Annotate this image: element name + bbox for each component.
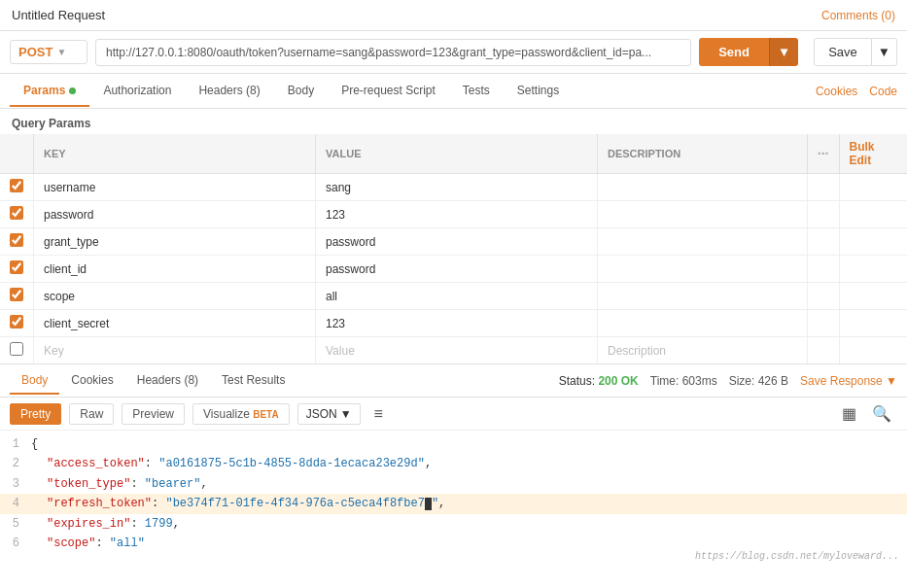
bulk-edit-button[interactable]: Bulk Edit — [850, 140, 875, 167]
row-value-cell-0[interactable]: sang — [316, 174, 598, 201]
row-desc-cell-4[interactable] — [598, 283, 808, 310]
row-key-4: scope — [44, 290, 75, 303]
th-key: KEY — [34, 134, 316, 174]
bottom-section: Body Cookies Headers (8) Test Results St… — [0, 363, 907, 567]
table-row: password 123 — [0, 201, 907, 228]
row-checkbox-2[interactable] — [10, 233, 23, 247]
empty-row-checkbox[interactable] — [10, 342, 23, 356]
row-action-0 — [807, 174, 839, 201]
th-bulk-edit: Bulk Edit — [839, 134, 907, 174]
row-checkbox-5[interactable] — [10, 315, 23, 329]
line-number-5: 5 — [4, 514, 31, 534]
copy-icon-button[interactable]: ▦ — [836, 402, 862, 425]
format-selector[interactable]: JSON ▼ — [297, 403, 361, 425]
cursor — [425, 498, 432, 510]
row-checkbox-cell-1[interactable] — [0, 201, 34, 228]
row-checkbox-cell-3[interactable] — [0, 256, 34, 283]
th-check — [0, 134, 34, 174]
row-value-cell-5[interactable]: 123 — [316, 310, 598, 337]
empty-row-check[interactable] — [0, 337, 34, 364]
row-checkbox-cell-5[interactable] — [0, 310, 34, 337]
row-desc-cell-3[interactable] — [598, 256, 808, 283]
row-key-0: username — [44, 181, 95, 194]
row-key-cell-0[interactable]: username — [34, 174, 316, 201]
row-desc-cell-1[interactable] — [598, 201, 808, 228]
tab-body[interactable]: Body — [274, 76, 328, 107]
view-pretty-button[interactable]: Pretty — [10, 403, 61, 425]
code-link[interactable]: Code — [869, 85, 897, 98]
response-code-area[interactable]: 1 { 2 "access_token": "a0161875-5c1b-485… — [0, 431, 907, 567]
format-chevron-icon: ▼ — [340, 407, 352, 421]
row-key-cell-5[interactable]: client_secret — [34, 310, 316, 337]
row-key-3: client_id — [44, 262, 87, 276]
cookies-link[interactable]: Cookies — [816, 85, 857, 98]
save-dropdown-button[interactable]: ▼ — [872, 38, 897, 66]
status-info: Status: 200 OK Time: 603ms Size: 426 B S… — [559, 374, 897, 388]
search-icon-button[interactable]: 🔍 — [866, 402, 897, 425]
row-value-cell-4[interactable]: all — [316, 283, 598, 310]
row-checkbox-3[interactable] — [10, 260, 23, 274]
url-input[interactable] — [95, 39, 691, 66]
tab-authorization[interactable]: Authorization — [89, 76, 185, 107]
line-number-4: 4 — [4, 494, 31, 513]
url-bar: POST ▼ Send ▼ Save ▼ — [0, 31, 907, 74]
row-desc-cell-2[interactable] — [598, 228, 808, 256]
code-content-4: "refresh_token": "be374f71-01fe-4f34-976… — [31, 494, 903, 513]
row-extra-1 — [839, 201, 907, 228]
tab-right-links: Cookies Code — [816, 85, 897, 98]
row-checkbox-cell-4[interactable] — [0, 283, 34, 310]
row-checkbox-0[interactable] — [10, 179, 23, 192]
format-icon-button[interactable]: ≡ — [368, 403, 389, 425]
send-dropdown-button[interactable]: ▼ — [769, 38, 798, 66]
tab-tests[interactable]: Tests — [449, 76, 504, 107]
code-line-3: 3 "token_type": "bearer", — [0, 474, 907, 494]
bottom-tab-body[interactable]: Body — [10, 367, 59, 395]
send-btn-group: Send ▼ — [699, 38, 798, 66]
code-key-2: "access_token" — [47, 457, 145, 470]
row-value-cell-1[interactable]: 123 — [316, 201, 598, 228]
empty-extra — [839, 337, 907, 364]
status-code: 200 OK — [598, 374, 638, 388]
tab-headers[interactable]: Headers (8) — [185, 76, 273, 107]
view-visualize-button[interactable]: Visualize BETA — [192, 403, 290, 425]
row-checkbox-1[interactable] — [10, 206, 23, 220]
save-button[interactable]: Save — [814, 38, 872, 66]
comments-link[interactable]: Comments (0) — [821, 9, 895, 22]
row-key-cell-3[interactable]: client_id — [34, 256, 316, 283]
row-value-cell-2[interactable]: password — [316, 228, 598, 256]
line-number-1: 1 — [4, 434, 31, 454]
row-checkbox-4[interactable] — [10, 288, 23, 301]
save-btn-group: Save ▼ — [814, 38, 897, 66]
empty-desc-cell[interactable]: Description — [598, 337, 808, 364]
bottom-tab-cookies[interactable]: Cookies — [59, 367, 124, 395]
row-checkbox-cell-0[interactable] — [0, 174, 34, 201]
send-button[interactable]: Send — [699, 38, 769, 66]
row-checkbox-cell-2[interactable] — [0, 228, 34, 256]
table-row: scope all — [0, 283, 907, 310]
th-actions: ··· — [807, 134, 839, 174]
view-preview-button[interactable]: Preview — [122, 403, 185, 425]
three-dots-icon[interactable]: ··· — [818, 146, 829, 161]
query-params-label: Query Params — [0, 109, 907, 134]
params-table: KEY VALUE DESCRIPTION ··· Bulk Edit user… — [0, 134, 907, 363]
tab-pre-request-script[interactable]: Pre-request Script — [328, 76, 449, 107]
row-key-cell-4[interactable]: scope — [34, 283, 316, 310]
row-desc-cell-5[interactable] — [598, 310, 808, 337]
bottom-tab-headers[interactable]: Headers (8) — [125, 367, 210, 395]
row-value-cell-3[interactable]: password — [316, 256, 598, 283]
empty-value-cell[interactable]: Value — [316, 337, 598, 364]
row-desc-cell-0[interactable] — [598, 174, 808, 201]
tab-params[interactable]: Params — [10, 76, 89, 107]
method-label: POST — [18, 45, 52, 59]
row-key-cell-2[interactable]: grant_type — [34, 228, 316, 256]
method-selector[interactable]: POST ▼ — [10, 40, 87, 64]
row-key-cell-1[interactable]: password — [34, 201, 316, 228]
empty-key-cell[interactable]: Key — [34, 337, 316, 364]
row-value-5: 123 — [326, 317, 345, 330]
save-response-button[interactable]: Save Response ▼ — [800, 374, 897, 388]
bottom-tab-test-results[interactable]: Test Results — [210, 367, 297, 395]
table-empty-row: Key Value Description — [0, 337, 907, 364]
code-key-6: "scope" — [47, 536, 95, 550]
tab-settings[interactable]: Settings — [504, 76, 573, 107]
view-raw-button[interactable]: Raw — [69, 403, 114, 425]
